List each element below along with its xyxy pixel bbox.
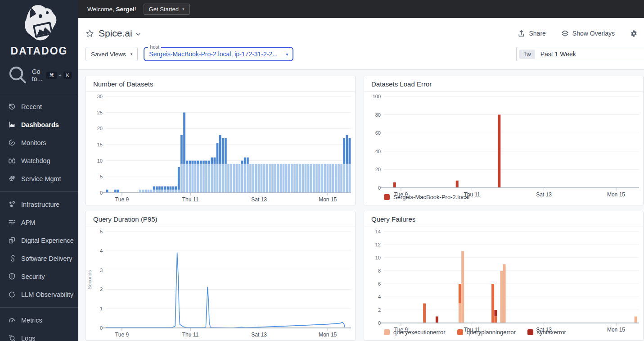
time-range-selector[interactable]: 1w Past 1 Week bbox=[516, 47, 644, 61]
sidebar-item-dashboards[interactable]: Dashboards bbox=[0, 116, 78, 134]
sidebar-item-metrics[interactable]: Metrics bbox=[0, 311, 78, 329]
infrastructure-icon bbox=[8, 200, 16, 208]
chart-title: Datasets Load Error bbox=[364, 76, 643, 92]
service-mgmt-icon bbox=[8, 175, 16, 182]
sidebar-item-security[interactable]: Security bbox=[0, 268, 78, 286]
software-delivery-icon bbox=[8, 255, 16, 262]
sidebar-item-service-mgmt[interactable]: Service Mgmt bbox=[0, 170, 78, 188]
host-select-label: host bbox=[148, 44, 161, 50]
llm-observability-icon bbox=[8, 291, 16, 298]
svg-text:25: 25 bbox=[97, 110, 103, 115]
svg-text:Mon 15: Mon 15 bbox=[607, 191, 625, 198]
sidebar-item-monitors[interactable]: Monitors bbox=[0, 134, 78, 152]
svg-text:3: 3 bbox=[100, 268, 103, 273]
svg-text:Sat 13: Sat 13 bbox=[251, 196, 267, 203]
svg-text:Mon 15: Mon 15 bbox=[607, 327, 625, 333]
sidebar-item-apm[interactable]: APM bbox=[0, 214, 78, 232]
datadog-wordmark: DATADOG bbox=[0, 45, 78, 57]
sidebar-item-watchdog[interactable]: Watchdog bbox=[0, 152, 78, 170]
title-chevron-down-icon[interactable] bbox=[135, 31, 141, 37]
svg-text:Tue 9: Tue 9 bbox=[115, 196, 129, 203]
svg-text:10: 10 bbox=[375, 255, 381, 260]
svg-text:20: 20 bbox=[97, 126, 103, 131]
sidebar-divider bbox=[0, 94, 78, 94]
svg-text:0: 0 bbox=[378, 185, 381, 191]
svg-text:8: 8 bbox=[378, 268, 381, 273]
favorite-star-icon[interactable] bbox=[86, 29, 94, 38]
svg-text:Sat 13: Sat 13 bbox=[251, 332, 267, 338]
chart-card-query-failures: Query Failures 02468101214Tue 9Thu 11Sat… bbox=[364, 211, 644, 341]
chevron-down-icon: ▾ bbox=[182, 7, 185, 11]
svg-text:4: 4 bbox=[378, 294, 381, 300]
chart-card-query-duration: Query Duration (P95) 012345SecondsTue 9T… bbox=[86, 211, 356, 341]
get-started-button[interactable]: Get Started ▾ bbox=[144, 4, 190, 15]
sidebar-item-logs[interactable]: Logs bbox=[0, 329, 78, 341]
share-upload-icon bbox=[518, 30, 525, 37]
sidebar-divider bbox=[0, 307, 78, 308]
security-shield-icon bbox=[8, 273, 16, 280]
saved-views-dropdown[interactable]: Saved Views ▾ bbox=[86, 47, 138, 61]
svg-text:Thu 11: Thu 11 bbox=[182, 332, 199, 338]
svg-text:0: 0 bbox=[100, 325, 103, 331]
chart-canvas-datasets-load-error[interactable]: 020406080100Tue 9Thu 11Sat 13Mon 15 bbox=[364, 92, 643, 193]
svg-text:Mon 15: Mon 15 bbox=[319, 332, 337, 338]
svg-text:80: 80 bbox=[375, 112, 381, 118]
svg-text:0: 0 bbox=[100, 190, 103, 196]
svg-text:4: 4 bbox=[100, 248, 103, 254]
charts-grid: Number of Datasets 051015202530Tue 9Thu … bbox=[78, 70, 644, 341]
sidebar: DATADOG Go to... ⌘ + K Recent Dashboards… bbox=[0, 0, 78, 341]
goto-search[interactable]: Go to... ⌘ + K bbox=[0, 60, 78, 93]
chevron-down-icon: ▾ bbox=[286, 52, 288, 57]
svg-text:14: 14 bbox=[375, 229, 381, 234]
svg-text:15: 15 bbox=[97, 142, 103, 147]
svg-text:2: 2 bbox=[378, 307, 381, 313]
svg-text:100: 100 bbox=[373, 94, 381, 99]
sidebar-item-recent[interactable]: Recent bbox=[0, 98, 78, 116]
svg-text:Sat 13: Sat 13 bbox=[536, 327, 552, 333]
svg-text:2: 2 bbox=[100, 286, 103, 292]
monitors-icon bbox=[8, 139, 16, 146]
chart-canvas-number-of-datasets[interactable]: 051015202530Tue 9Thu 11Sat 13Mon 15 bbox=[86, 92, 355, 205]
svg-text:Mon 15: Mon 15 bbox=[319, 196, 337, 203]
main-content: Spice.ai Share Show Overlays S bbox=[78, 0, 644, 341]
datadog-dog-icon bbox=[18, 5, 61, 42]
metrics-gauge-icon bbox=[8, 316, 16, 324]
cmd-key-badge: ⌘ bbox=[46, 72, 57, 79]
chart-canvas-query-duration[interactable]: 012345SecondsTue 9Thu 11Sat 13Mon 15 bbox=[86, 227, 355, 340]
svg-text:20: 20 bbox=[375, 167, 381, 172]
svg-text:60: 60 bbox=[375, 130, 381, 136]
svg-text:5: 5 bbox=[100, 174, 103, 179]
watchdog-binoculars-icon bbox=[8, 157, 16, 164]
host-select[interactable]: host Sergeis-MacBook-Pro-2.local, ip-172… bbox=[144, 47, 293, 61]
time-range-label: Past 1 Week bbox=[540, 50, 576, 58]
svg-text:Thu 11: Thu 11 bbox=[182, 196, 199, 203]
page-title: Spice.ai bbox=[99, 28, 132, 39]
chart-title: Query Duration (P95) bbox=[86, 211, 355, 227]
svg-text:1: 1 bbox=[100, 306, 103, 311]
host-select-value: Sergeis-MacBook-Pro-2.local, ip-172-31-2… bbox=[149, 50, 282, 58]
svg-text:Sat 13: Sat 13 bbox=[536, 191, 552, 198]
k-key-badge: K bbox=[63, 72, 72, 79]
sidebar-item-software-delivery[interactable]: Software Delivery bbox=[0, 250, 78, 268]
svg-text:Tue 9: Tue 9 bbox=[115, 332, 129, 338]
svg-text:6: 6 bbox=[378, 281, 381, 286]
recent-history-icon bbox=[8, 103, 16, 110]
apm-icon bbox=[8, 218, 16, 226]
sidebar-item-digital-experience[interactable]: Digital Experience bbox=[0, 232, 78, 250]
settings-gear-icon[interactable] bbox=[630, 30, 638, 37]
chart-canvas-query-failures[interactable]: 02468101214Tue 9Thu 11Sat 13Mon 15 bbox=[364, 227, 643, 328]
show-overlays-button[interactable]: Show Overlays bbox=[561, 30, 615, 37]
dashboards-icon bbox=[8, 121, 16, 128]
datadog-logo[interactable]: DATADOG bbox=[0, 0, 78, 60]
svg-text:12: 12 bbox=[375, 242, 381, 247]
dashboard-header: Spice.ai Share Show Overlays S bbox=[78, 18, 644, 70]
share-button[interactable]: Share bbox=[518, 30, 545, 37]
sidebar-item-infrastructure[interactable]: Infrastructure bbox=[0, 196, 78, 214]
svg-text:10: 10 bbox=[97, 158, 103, 164]
svg-text:Seconds: Seconds bbox=[87, 270, 92, 289]
svg-text:0: 0 bbox=[378, 320, 381, 326]
digital-experience-icon bbox=[8, 236, 16, 244]
chevron-down-icon: ▾ bbox=[131, 52, 133, 56]
sidebar-item-llm-observability[interactable]: LLM Observability bbox=[0, 286, 78, 304]
chart-title: Number of Datasets bbox=[86, 76, 355, 92]
